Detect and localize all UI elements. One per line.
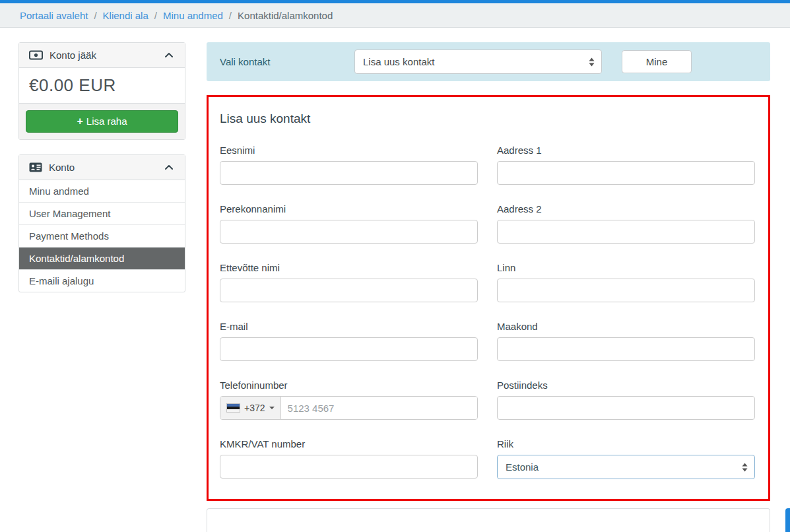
field-kmkr-vat: KMKR/VAT number [220,438,478,479]
form-title: Lisa uus kontakt [220,112,755,126]
field-aadress1: Aadress 1 [497,145,755,185]
field-label: E-mail [220,321,478,332]
field-ettevotte-nimi: Ettevõtte nimi [220,262,478,302]
plus-icon: + [77,116,82,127]
account-menu: Minu andmed User Management Payment Meth… [19,180,185,292]
riik-select[interactable]: Estonia [497,455,755,479]
field-maakond: Maakond [497,321,755,361]
sidebar: Konto jääk €0.00 EUR +Lisa raha [18,42,185,532]
field-label: Perekonnanimi [220,203,478,215]
page-body: Konto jääk €0.00 EUR +Lisa raha [0,28,790,532]
kmkr-vat-input[interactable] [220,455,478,479]
contact-select-bar: Vali kontakt Lisa uus kontakt Mine [207,42,770,81]
field-telefoninumber: Telefoninumber +372 [220,380,478,420]
riik-select-value: Estonia [506,461,539,473]
eesnimi-input[interactable] [220,161,478,185]
balance-panel: Konto jääk €0.00 EUR +Lisa raha [18,42,185,140]
caret-down-icon [269,407,275,409]
field-eesnimi: Eesnimi [220,145,478,185]
maakond-input[interactable] [497,337,755,361]
breadcrumb-separator: / [229,10,232,21]
field-label: Telefoninumber [220,380,478,391]
breadcrumb-separator: / [154,10,157,21]
add-money-button[interactable]: +Lisa raha [26,110,178,133]
balance-panel-title: Konto jääk [49,50,156,61]
estonia-flag-icon [226,403,240,413]
breadcrumb-link-portaali-avaleht[interactable]: Portaali avaleht [20,10,88,21]
linn-input[interactable] [497,279,755,302]
field-label: Riik [497,438,755,449]
field-email: E-mail [220,321,478,361]
field-label: Eesnimi [220,145,478,156]
balance-panel-footer: +Lisa raha [19,103,185,139]
account-panel-title: Konto [49,162,156,173]
field-riik: Riik Estonia [497,438,755,479]
sidebar-item-kontaktid-alamkontod[interactable]: Kontaktid/alamkontod [19,248,185,269]
account-panel: Konto Minu andmed User Management Paymen… [18,154,185,292]
sidebar-item-payment-methods[interactable]: Payment Methods [19,225,185,247]
field-label: Postiindeks [497,380,755,391]
new-contact-form: Eesnimi Aadress 1 Perekonnanimi Aadress … [220,145,755,479]
aadress1-input[interactable] [497,161,755,185]
new-contact-form-highlight: Lisa uus kontakt Eesnimi Aadress 1 Perek… [207,95,770,501]
sidebar-item-minu-andmed[interactable]: Minu andmed [19,180,185,202]
sidebar-item-emaili-ajalugu[interactable]: E-maili ajalugu [19,270,185,292]
field-linn: Linn [497,262,755,302]
phone-input-group: +372 [220,396,478,420]
field-label: Ettevõtte nimi [220,262,478,273]
contact-select[interactable]: Lisa uus kontakt [354,50,602,74]
id-card-icon [29,162,42,172]
next-section-panel [207,508,770,532]
field-label: Aadress 1 [497,145,755,156]
dial-code-selector[interactable]: +372 [220,397,281,419]
contact-select-value: Lisa uus kontakt [363,56,434,67]
field-perekonnanimi: Perekonnanimi [220,203,478,244]
account-panel-header: Konto [19,155,185,180]
field-label: Linn [497,262,755,273]
contact-select-label: Vali kontakt [220,56,354,67]
account-balance: €0.00 EUR [29,75,175,96]
breadcrumb-current: Kontaktid/alamkontod [238,10,333,21]
aadress2-input[interactable] [497,220,755,244]
go-button[interactable]: Mine [622,50,692,73]
balance-panel-header: Konto jääk [19,43,185,68]
field-aadress2: Aadress 2 [497,203,755,244]
ettevotte-nimi-input[interactable] [220,279,478,302]
main-content: Vali kontakt Lisa uus kontakt Mine Lisa … [207,42,770,532]
breadcrumb-link-kliendi-ala[interactable]: Kliendi ala [103,10,148,21]
updown-caret-icon [589,57,595,67]
chevron-up-icon[interactable] [163,51,175,59]
field-postiindeks: Postiindeks [497,380,755,420]
field-label: Aadress 2 [497,203,755,215]
add-money-label: Lisa raha [86,116,127,127]
chevron-up-icon[interactable] [163,163,175,172]
email-input[interactable] [220,337,478,361]
field-label: KMKR/VAT number [220,438,478,449]
field-label: Maakond [497,321,755,332]
breadcrumb: Portaali avaleht / Kliendi ala / Minu an… [0,3,790,28]
banknote-icon [29,50,43,60]
breadcrumb-link-minu-andmed[interactable]: Minu andmed [163,10,223,21]
postiindeks-input[interactable] [497,396,755,420]
updown-caret-icon [742,463,748,472]
telefoninumber-input[interactable] [281,397,477,419]
perekonnanimi-input[interactable] [220,220,478,244]
sidebar-item-user-management[interactable]: User Management [19,203,185,224]
floating-widget-edge[interactable] [785,508,790,532]
dial-code: +372 [244,403,265,413]
balance-panel-body: €0.00 EUR [19,68,185,103]
breadcrumb-separator: / [94,10,96,21]
